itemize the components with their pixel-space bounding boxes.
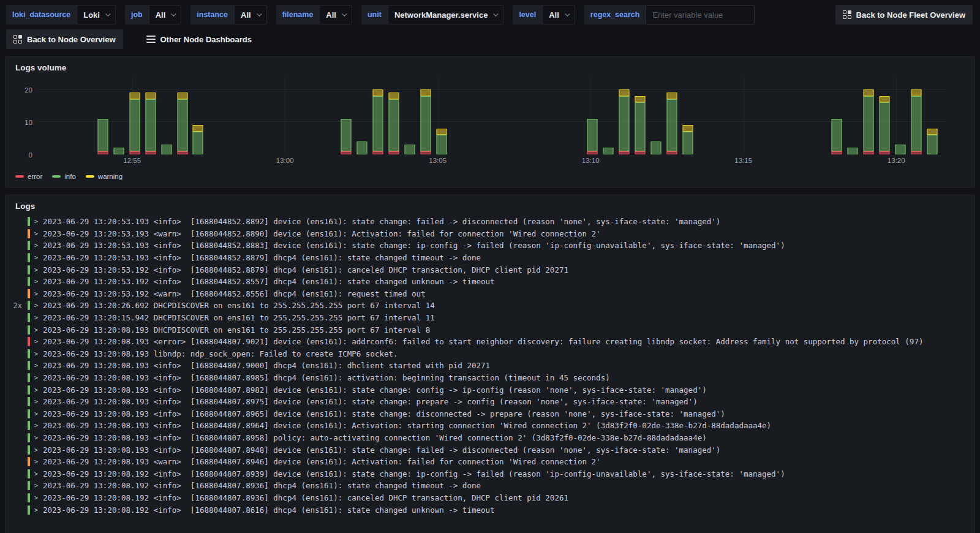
- variable-select-unit[interactable]: NetworkManager.service: [388, 5, 503, 25]
- legend-item-warning[interactable]: warning: [86, 173, 123, 180]
- expand-chevron-icon[interactable]: >: [34, 230, 38, 237]
- expand-chevron-icon[interactable]: >: [34, 494, 38, 501]
- expand-chevron-icon[interactable]: >: [34, 507, 38, 513]
- bar-segment-warning: [420, 89, 431, 96]
- back-to-node-overview-button[interactable]: Back to Node Overview: [6, 29, 123, 49]
- stacked-bar[interactable]: [927, 129, 938, 154]
- log-row[interactable]: >2023-06-29 13:20:08.192 <info> [1688044…: [6, 467, 974, 480]
- variable-value: NetworkManager.service: [394, 10, 488, 20]
- expand-chevron-icon[interactable]: >: [34, 458, 38, 465]
- expand-chevron-icon[interactable]: >: [34, 314, 38, 321]
- log-row[interactable]: >2023-06-29 13:20:53.193 <warn> [1688044…: [6, 228, 974, 240]
- legend-item-error[interactable]: error: [15, 173, 42, 180]
- log-row[interactable]: >2023-06-29 13:20:53.192 <info> [1688044…: [6, 263, 974, 276]
- bar-segment-warning: [927, 129, 938, 135]
- log-row[interactable]: >2023-06-29 13:20:08.193 <info> [1688044…: [6, 360, 974, 372]
- expand-chevron-icon[interactable]: >: [34, 327, 38, 333]
- expand-chevron-icon[interactable]: >: [34, 338, 38, 345]
- stacked-bar[interactable]: [587, 119, 598, 154]
- expand-chevron-icon[interactable]: >: [34, 482, 38, 489]
- log-row[interactable]: >2023-06-29 13:20:15.942 DHCPDISCOVER on…: [6, 312, 974, 324]
- log-row[interactable]: >2023-06-29 13:20:53.193 <info> [1688044…: [6, 240, 974, 252]
- bar-segment-info: [635, 102, 646, 151]
- log-row[interactable]: >2023-06-29 13:20:08.193 <info> [1688044…: [6, 420, 974, 432]
- stacked-bar[interactable]: [603, 148, 614, 154]
- stacked-bar[interactable]: [895, 145, 906, 154]
- stacked-bar[interactable]: [97, 119, 108, 154]
- stacked-bar[interactable]: [436, 129, 447, 154]
- log-row[interactable]: >2023-06-29 13:20:53.193 <info> [1688044…: [6, 216, 974, 228]
- stacked-bar[interactable]: [911, 89, 922, 154]
- bar-segment-info: [927, 135, 938, 154]
- expand-chevron-icon[interactable]: >: [34, 422, 38, 429]
- stacked-bar[interactable]: [388, 93, 399, 154]
- expand-chevron-icon[interactable]: >: [34, 290, 38, 297]
- log-row[interactable]: >2023-06-29 13:20:08.192 <info> [1688044…: [6, 480, 974, 492]
- stacked-bar[interactable]: [177, 93, 187, 154]
- variable-select-job[interactable]: All: [149, 5, 182, 25]
- log-row[interactable]: >2023-06-29 13:20:08.193 DHCPDISCOVER on…: [6, 323, 974, 336]
- log-row[interactable]: >2023-06-29 13:20:08.193 <info> [1688044…: [6, 432, 974, 444]
- stacked-bar[interactable]: [832, 119, 842, 154]
- log-row[interactable]: >2023-06-29 13:20:08.192 <info> [1688044…: [6, 492, 974, 504]
- log-row[interactable]: >2023-06-29 13:20:08.193 <info> [1688044…: [6, 408, 974, 420]
- log-row[interactable]: >2023-06-29 13:20:08.193 libndp: ndp_soc…: [6, 348, 974, 360]
- stacked-bar[interactable]: [420, 89, 431, 154]
- expand-chevron-icon[interactable]: >: [34, 218, 38, 225]
- bar-segment-warning: [880, 96, 890, 103]
- stacked-bar[interactable]: [682, 125, 693, 154]
- expand-chevron-icon[interactable]: >: [34, 447, 38, 453]
- stacked-bar[interactable]: [635, 96, 646, 154]
- log-row[interactable]: >2023-06-29 13:20:53.193 <info> [1688044…: [6, 252, 974, 264]
- stacked-bar[interactable]: [129, 93, 140, 154]
- stacked-bar[interactable]: [145, 93, 156, 154]
- stacked-bar[interactable]: [650, 142, 661, 154]
- log-row[interactable]: >2023-06-29 13:20:08.193 <warn> [1688044…: [6, 456, 974, 468]
- variable-toolbar: loki_datasourceLokijobAllinstanceAllfile…: [0, 0, 980, 27]
- expand-chevron-icon[interactable]: >: [34, 471, 38, 477]
- expand-chevron-icon[interactable]: >: [34, 410, 38, 417]
- log-row[interactable]: >2023-06-29 13:20:08.192 <info> [1688044…: [6, 504, 974, 516]
- expand-chevron-icon[interactable]: >: [34, 254, 38, 261]
- stacked-bar[interactable]: [619, 89, 630, 154]
- log-row[interactable]: >2023-06-29 13:20:53.192 <info> [1688044…: [6, 276, 974, 288]
- log-row[interactable]: >2023-06-29 13:20:53.192 <warn> [1688044…: [6, 288, 974, 300]
- legend-color-info: [52, 175, 61, 178]
- stacked-bar[interactable]: [880, 96, 890, 154]
- variable-select-filename[interactable]: All: [319, 5, 352, 25]
- stacked-bar[interactable]: [404, 145, 415, 154]
- variable-select-level[interactable]: All: [542, 5, 575, 25]
- log-row[interactable]: >2023-06-29 13:20:08.193 <info> [1688044…: [6, 372, 974, 384]
- expand-chevron-icon[interactable]: >: [34, 434, 38, 441]
- log-row[interactable]: >2023-06-29 13:20:08.193 <info> [1688044…: [6, 384, 974, 396]
- expand-chevron-icon[interactable]: >: [34, 387, 38, 393]
- legend-color-error: [15, 175, 24, 178]
- stacked-bar[interactable]: [848, 148, 858, 154]
- legend-item-info[interactable]: info: [52, 173, 76, 180]
- stacked-bar[interactable]: [341, 119, 351, 154]
- variable-select-instance[interactable]: All: [234, 5, 267, 25]
- log-row[interactable]: >2023-06-29 13:20:08.193 <info> [1688044…: [6, 396, 974, 408]
- back-to-node-fleet-overview-button[interactable]: Back to Node Fleet Overview: [835, 5, 973, 25]
- expand-chevron-icon[interactable]: >: [34, 374, 38, 381]
- stacked-bar[interactable]: [193, 125, 203, 154]
- expand-chevron-icon[interactable]: >: [34, 278, 38, 285]
- stacked-bar[interactable]: [356, 142, 367, 154]
- expand-chevron-icon[interactable]: >: [34, 242, 38, 249]
- expand-chevron-icon[interactable]: >: [34, 266, 38, 273]
- stacked-bar[interactable]: [113, 148, 124, 154]
- stacked-bar[interactable]: [161, 145, 172, 154]
- other-node-dashboards-link[interactable]: Other Node Dashboards: [139, 29, 260, 49]
- stacked-bar[interactable]: [372, 89, 383, 154]
- stacked-bar[interactable]: [864, 89, 874, 154]
- expand-chevron-icon[interactable]: >: [34, 302, 38, 309]
- expand-chevron-icon[interactable]: >: [34, 398, 38, 405]
- stacked-bar[interactable]: [666, 93, 677, 154]
- expand-chevron-icon[interactable]: >: [34, 350, 38, 357]
- variable-input-regex_search[interactable]: [646, 5, 755, 25]
- variable-select-loki_datasource[interactable]: Loki: [77, 5, 116, 25]
- expand-chevron-icon[interactable]: >: [34, 362, 38, 369]
- log-row[interactable]: >2023-06-29 13:20:08.193 <info> [1688044…: [6, 444, 974, 456]
- log-row[interactable]: >2023-06-29 13:20:08.193 <error> [168804…: [6, 336, 974, 348]
- log-row[interactable]: 2x>2023-06-29 13:20:26.692 DHCPDISCOVER …: [6, 300, 974, 312]
